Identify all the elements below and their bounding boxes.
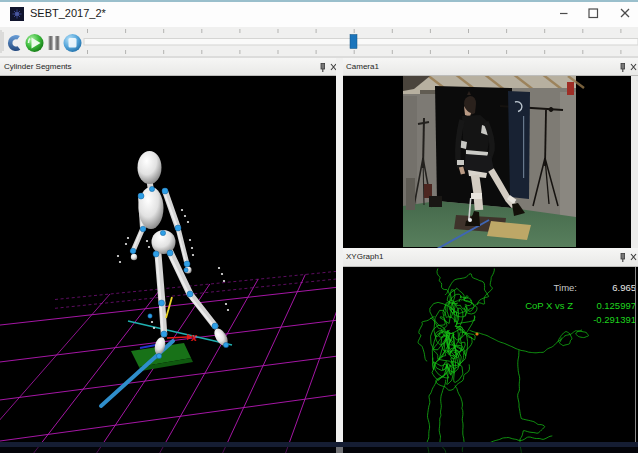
svg-text:-0.291391: -0.291391 [593, 314, 636, 325]
svg-text:0.125997: 0.125997 [596, 300, 636, 311]
svg-text:CoP X vs Z: CoP X vs Z [525, 300, 573, 311]
svg-text:6.965: 6.965 [612, 282, 636, 293]
svg-text:Time:: Time: [554, 282, 577, 293]
svg-text:x: x [190, 332, 197, 343]
